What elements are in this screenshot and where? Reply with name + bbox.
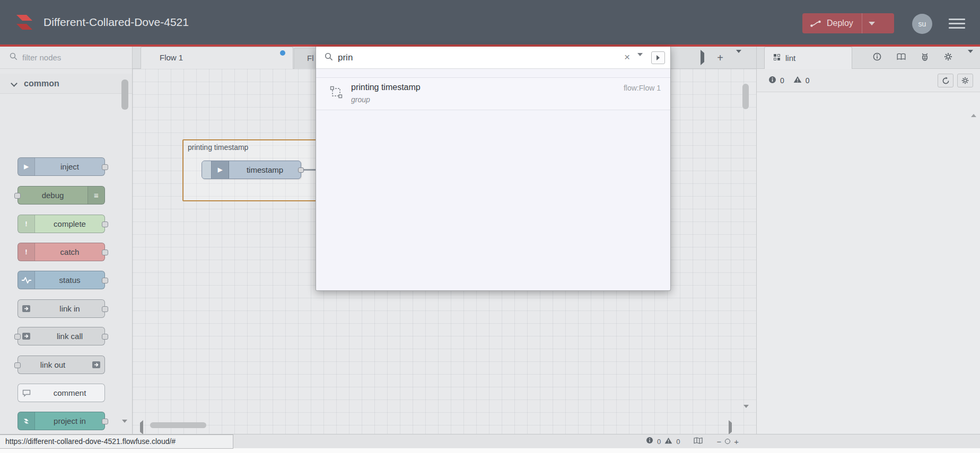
palette-node-comment[interactable]: comment (18, 384, 105, 402)
canvas-vscrollbar[interactable] (742, 84, 749, 109)
help-book-icon[interactable] (897, 53, 906, 63)
canvas-hscrollbar[interactable] (150, 422, 206, 428)
output-port (102, 306, 108, 312)
deploy-icon (810, 20, 821, 28)
flow-map-icon[interactable] (694, 437, 703, 446)
sidebar-menu-caret-icon[interactable] (968, 53, 973, 63)
browser-status-url: https://different-collared-dove-4521.flo… (0, 434, 233, 449)
footer-warning-icon[interactable] (664, 437, 672, 446)
header: Different-Collared-Dove-4521 Deploy su (0, 0, 980, 45)
search-input[interactable] (338, 52, 566, 63)
palette-node-catch[interactable]: ! catch (18, 243, 105, 261)
palette-node-complete[interactable]: ! complete (18, 215, 105, 233)
palette-node-label: link in (35, 300, 104, 317)
search-result-item[interactable]: printing timestamp group flow:Flow 1 (316, 77, 670, 110)
inject-node-timestamp[interactable]: ▶ timestamp (202, 161, 301, 179)
page-title: Different-Collared-Dove-4521 (43, 0, 189, 45)
panel-scroll-up-icon[interactable] (971, 105, 976, 114)
sidebar-tab-icons (873, 47, 973, 69)
input-port (14, 193, 21, 199)
inject-trigger-button[interactable] (202, 161, 212, 179)
deploy-options-caret[interactable] (862, 22, 881, 25)
status-icon (18, 271, 35, 289)
palette-node-label: inject (35, 158, 104, 175)
type-search-dialog: × printing timestamp group flow:Flow 1 (316, 47, 671, 291)
zoom-in-button[interactable]: + (734, 438, 739, 446)
comment-icon (18, 384, 35, 402)
tab-flow-1[interactable]: Flow 1 (141, 47, 293, 69)
flow-list-caret-icon[interactable] (736, 53, 741, 63)
settings-gear-icon[interactable] (944, 52, 952, 63)
user-avatar[interactable]: su (912, 14, 932, 34)
zoom-reset-button[interactable] (725, 439, 730, 444)
canvas-scroll-left-icon[interactable] (140, 423, 143, 432)
search-results-list: printing timestamp group flow:Flow 1 (316, 69, 670, 290)
footer-info-icon[interactable] (646, 437, 653, 446)
workspace-footer: 0 0 − + (646, 434, 739, 448)
filter-nodes-input[interactable] (22, 53, 118, 62)
output-port (102, 419, 108, 424)
canvas-scroll-right-icon[interactable] (729, 423, 732, 432)
palette-node-link-in[interactable]: link in (18, 299, 105, 318)
footer-info-count: 0 (657, 438, 661, 446)
palette-node-label: project in (35, 412, 104, 430)
group-icon (330, 86, 343, 101)
node-output-port[interactable] (298, 167, 304, 173)
sidebar-tabbar: lint (757, 47, 980, 69)
refresh-button[interactable] (938, 74, 953, 87)
zoom-out-button[interactable]: − (716, 438, 721, 446)
palette-node-project-in[interactable]: project in (18, 412, 105, 430)
palette-node-link-out[interactable]: link out (18, 356, 105, 374)
group-label: printing timestamp (188, 143, 248, 152)
sidebar-tab-lint[interactable]: lint (764, 47, 852, 69)
add-flow-button[interactable]: + (717, 52, 723, 63)
canvas-scroll-down-icon[interactable] (743, 408, 749, 418)
palette-node-debug[interactable]: debug ≡ (18, 186, 105, 205)
palette-node-inject[interactable]: ▶ inject (18, 157, 105, 176)
palette-scroll-down-icon[interactable] (122, 423, 127, 432)
info-tab-icon[interactable] (873, 52, 881, 63)
palette-node-label: status (35, 271, 104, 289)
complete-icon: ! (18, 215, 35, 233)
scroll-tabs-right-icon[interactable] (701, 53, 704, 63)
node-label: timestamp (229, 161, 301, 179)
output-port (102, 250, 108, 255)
output-port (102, 221, 108, 227)
lint-settings-button[interactable] (957, 74, 973, 87)
search-icon (10, 52, 18, 63)
debug-bug-icon[interactable] (921, 52, 929, 63)
palette-scrollbar[interactable] (121, 79, 128, 110)
deploy-label: Deploy (827, 19, 853, 28)
sidebar-tab-label: lint (785, 54, 795, 63)
project-in-icon (18, 412, 35, 430)
info-count: 0 (780, 76, 784, 85)
flowfuse-logo-icon[interactable] (13, 11, 36, 34)
input-port (14, 362, 21, 368)
deploy-button[interactable]: Deploy (802, 13, 894, 33)
palette-node-status[interactable]: status (18, 271, 105, 289)
search-expand-button[interactable] (651, 51, 665, 64)
result-flow-badge: flow:Flow 1 (624, 84, 661, 92)
input-port (14, 334, 21, 340)
palette-node-label: catch (35, 243, 104, 261)
lint-counts: 0 0 (768, 69, 815, 92)
search-options-caret-icon[interactable] (637, 56, 643, 66)
main-menu-icon[interactable] (949, 19, 965, 26)
palette-node-link-call[interactable]: link call (18, 327, 105, 345)
palette-node-label: link call (35, 327, 104, 345)
debug-icon: ≡ (88, 186, 104, 204)
lint-toolbar: 0 0 (757, 69, 980, 92)
link-in-icon (18, 300, 35, 317)
inject-node-icon: ▶ (212, 161, 229, 179)
clear-search-icon[interactable]: × (624, 47, 630, 69)
catch-icon: ! (18, 243, 35, 261)
info-count-icon[interactable] (768, 76, 776, 86)
palette-category-common[interactable]: common (0, 74, 133, 94)
node-red-editor: Different-Collared-Dove-4521 Deploy su c… (0, 0, 980, 453)
warning-count-icon[interactable] (793, 76, 802, 85)
output-port (102, 334, 108, 340)
lint-tab-icon (773, 54, 781, 63)
palette-node-label: link out (18, 356, 88, 374)
result-title: printing timestamp (351, 83, 421, 92)
chevron-down-icon (11, 80, 18, 87)
